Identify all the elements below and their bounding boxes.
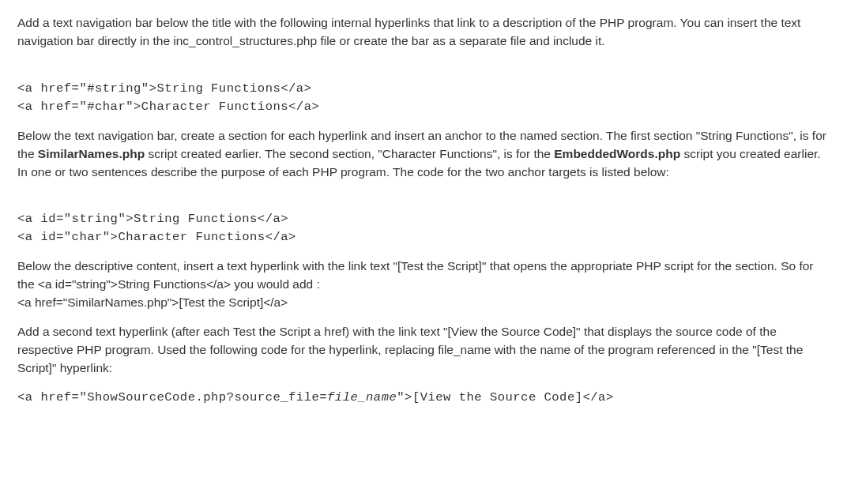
para-view-source: Add a second text hyperlink (after each … xyxy=(17,323,830,378)
code-nav-links: <a href="#string">String Functions</a> <… xyxy=(17,62,830,116)
code-line: <a id="string">String Functions</a> xyxy=(17,212,288,226)
code-anchor-targets: <a id="string">String Functions</a> <a i… xyxy=(17,193,830,247)
code-line: <a href="#string">String Functions</a> xyxy=(17,81,311,96)
code-view-source-link: <a href="ShowSourceCode.php?source_file=… xyxy=(17,389,830,407)
para-test-script: Below the descriptive content, insert a … xyxy=(17,258,830,312)
text-line: <a href="SimilarNames.php">[Test the Scr… xyxy=(17,295,288,309)
bold-embedded-words: EmbeddedWords.php xyxy=(554,147,680,160)
text-line: Below the descriptive content, insert a … xyxy=(17,259,814,291)
code-fragment: <a href="ShowSourceCode.php?source_file= xyxy=(17,390,327,404)
text-fragment: script created earlier. The second secti… xyxy=(145,147,554,160)
code-fragment: ">[View the Source Code]</a> xyxy=(397,390,613,404)
para-nav-bar-intro: Add a text navigation bar below the titl… xyxy=(17,14,830,51)
para-sections-intro: Below the text navigation bar, create a … xyxy=(17,127,830,182)
code-line: <a href="#char">Character Functions</a> xyxy=(17,100,319,114)
bold-similar-names: SimilarNames.php xyxy=(38,147,145,160)
code-italic-filename: file_name xyxy=(327,390,397,404)
code-line: <a id="char">Character Functions</a> xyxy=(17,230,296,244)
